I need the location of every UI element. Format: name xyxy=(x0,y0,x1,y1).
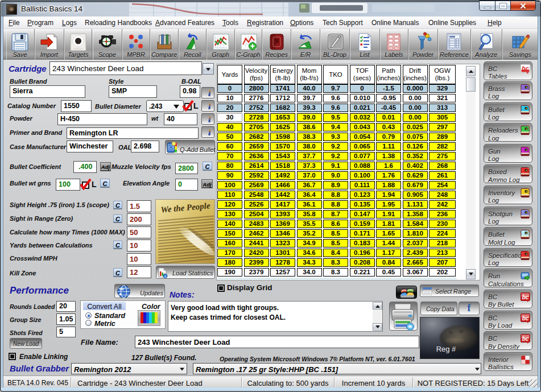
svg-text:bc: bc xyxy=(522,294,529,300)
svg-text:bc: bc xyxy=(522,315,529,321)
svg-text:bc: bc xyxy=(522,65,528,72)
svg-text:bc: bc xyxy=(522,336,529,342)
